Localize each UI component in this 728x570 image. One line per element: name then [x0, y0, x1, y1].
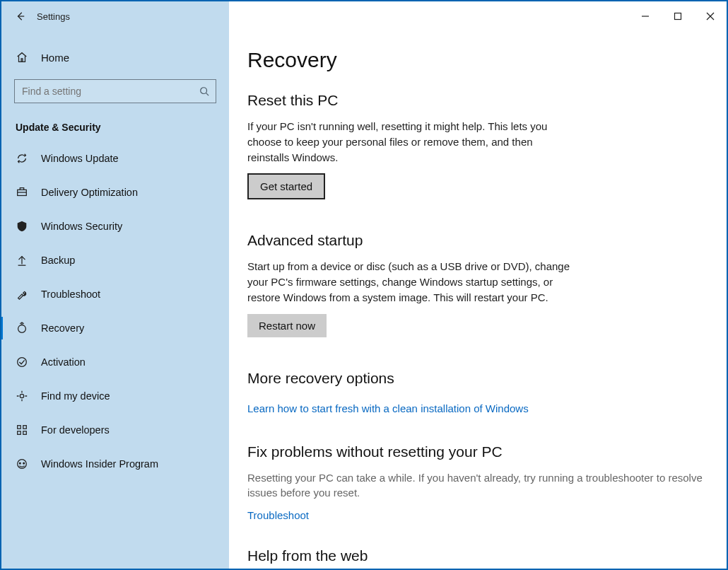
sidebar-item-label: Delivery Optimization — [41, 187, 138, 198]
fix-description: Resetting your PC can take a while. If y… — [247, 470, 712, 501]
titlebar-left: Settings — [1, 1, 229, 31]
section-title-more: More recovery options — [247, 370, 712, 387]
check-circle-icon — [16, 356, 28, 368]
get-started-button[interactable]: Get started — [247, 173, 325, 199]
sidebar-item-label: For developers — [41, 424, 110, 436]
section-title-reset: Reset this PC — [247, 92, 712, 109]
svg-point-10 — [20, 394, 23, 397]
sidebar-item-windows-security[interactable]: Windows Security — [1, 209, 229, 243]
svg-point-17 — [23, 463, 25, 464]
wrench-icon — [16, 288, 28, 301]
sidebar-item-recovery[interactable]: Recovery — [1, 311, 229, 345]
shield-icon — [16, 220, 28, 233]
sidebar-item-find-my-device[interactable]: Find my device — [1, 379, 229, 413]
sidebar-item-label: Find my device — [41, 390, 110, 402]
sidebar-item-activation[interactable]: Activation — [1, 345, 229, 379]
minimize-button[interactable] — [629, 1, 662, 31]
sidebar-section-label: Update & Security — [1, 112, 229, 141]
backup-arrow-icon — [16, 254, 28, 267]
svg-line-5 — [206, 93, 209, 96]
section-reset-pc: Reset this PC If your PC isn't running w… — [247, 92, 712, 199]
search-input[interactable] — [14, 79, 216, 103]
svg-rect-13 — [18, 431, 21, 435]
sidebar-item-label: Windows Insider Program — [41, 458, 158, 470]
refresh-icon — [16, 152, 28, 165]
troubleshoot-link[interactable]: Troubleshoot — [247, 509, 309, 521]
settings-window: Settings Home — [0, 0, 728, 570]
sidebar-item-delivery-optimization[interactable]: Delivery Optimization — [1, 175, 229, 209]
sidebar-home[interactable]: Home — [1, 41, 229, 74]
sidebar-item-backup[interactable]: Backup — [1, 243, 229, 277]
page-title: Recovery — [247, 48, 712, 72]
svg-point-8 — [18, 325, 26, 333]
section-more-recovery: More recovery options Learn how to start… — [247, 370, 712, 415]
section-title-fix: Fix problems without resetting your PC — [247, 443, 712, 460]
window-controls — [229, 1, 727, 31]
svg-rect-11 — [18, 426, 21, 429]
section-advanced-startup: Advanced startup Start up from a device … — [247, 232, 712, 337]
svg-point-9 — [18, 358, 27, 367]
reset-description: If your PC isn't running well, resetting… — [247, 119, 573, 165]
sidebar-item-for-developers[interactable]: For developers — [1, 413, 229, 447]
titlebar: Settings — [1, 1, 727, 31]
locate-icon — [16, 390, 28, 402]
learn-fresh-start-link[interactable]: Learn how to start fresh with a clean in… — [247, 402, 529, 414]
svg-rect-1 — [675, 13, 681, 20]
developers-icon — [16, 424, 28, 436]
close-button[interactable] — [694, 1, 727, 31]
svg-rect-14 — [23, 431, 27, 435]
back-button[interactable] — [16, 11, 25, 21]
delivery-icon — [16, 186, 28, 199]
home-icon — [16, 51, 28, 64]
search-icon — [199, 86, 209, 96]
insider-icon — [16, 458, 28, 470]
maximize-button[interactable] — [662, 1, 694, 31]
svg-point-4 — [201, 88, 207, 94]
sidebar-item-label: Recovery — [41, 322, 84, 334]
sidebar-home-label: Home — [41, 52, 69, 64]
sidebar: Home Update & Security Windows Update — [1, 31, 229, 569]
section-title-advanced: Advanced startup — [247, 232, 712, 249]
sidebar-item-label: Windows Update — [41, 153, 119, 164]
recovery-icon — [16, 322, 28, 335]
main-content: Recovery Reset this PC If your PC isn't … — [229, 31, 727, 569]
sidebar-item-label: Troubleshoot — [41, 289, 100, 300]
sidebar-item-label: Activation — [41, 356, 86, 368]
section-title-help: Help from the web — [247, 547, 712, 564]
advanced-description: Start up from a device or disc (such as … — [247, 259, 573, 305]
window-title: Settings — [37, 11, 70, 22]
search-row — [14, 79, 216, 103]
svg-point-16 — [19, 463, 20, 464]
svg-rect-12 — [23, 426, 27, 429]
sidebar-item-label: Windows Security — [41, 221, 122, 232]
restart-now-button[interactable]: Restart now — [247, 314, 327, 337]
section-help-web: Help from the web — [247, 547, 712, 564]
sidebar-item-label: Backup — [41, 255, 75, 266]
section-fix-problems: Fix problems without resetting your PC R… — [247, 443, 712, 523]
sidebar-item-troubleshoot[interactable]: Troubleshoot — [1, 277, 229, 311]
sidebar-item-windows-insider[interactable]: Windows Insider Program — [1, 447, 229, 481]
sidebar-item-windows-update[interactable]: Windows Update — [1, 141, 229, 175]
